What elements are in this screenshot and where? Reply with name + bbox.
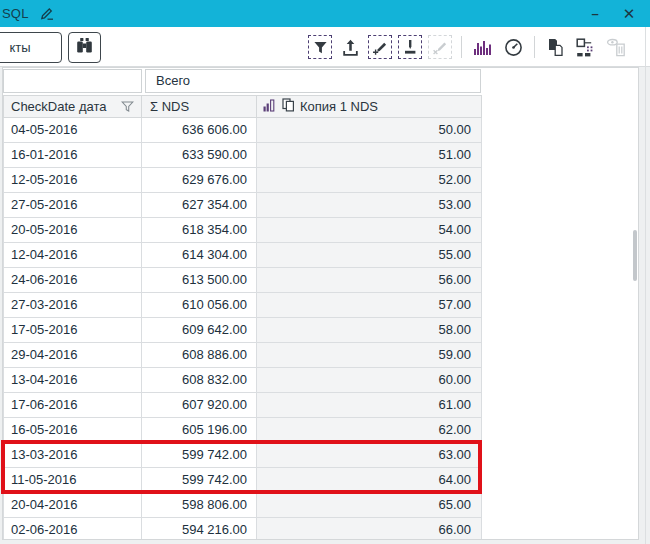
nds-cell[interactable]: 599 742.00	[142, 443, 257, 468]
table-row[interactable]: 17-06-2016607 920.0061.00	[3, 393, 482, 418]
nds-cell[interactable]: 614 304.00	[142, 243, 257, 268]
table-row[interactable]: 17-05-2016609 642.0058.00	[3, 318, 482, 343]
close-button[interactable]: ✕	[622, 0, 636, 27]
kopiya-nds-cell[interactable]: 62.00	[257, 418, 482, 443]
date-cell[interactable]: 02-06-2016	[3, 518, 142, 540]
column-header-checkdate[interactable]: CheckDate дата	[3, 95, 142, 118]
date-cell[interactable]: 13-03-2016	[3, 443, 142, 468]
column-header-kopiya-nds[interactable]: Копия 1 NDS	[257, 95, 482, 118]
date-cell[interactable]: 29-04-2016	[3, 343, 142, 368]
table-row[interactable]: 16-05-2016605 196.0062.00	[3, 418, 482, 443]
table-row[interactable]: 13-03-2016599 742.0063.00	[3, 443, 482, 468]
kopiya-nds-cell[interactable]: 60.00	[257, 368, 482, 393]
table-row[interactable]: 27-03-2016610 056.0057.00	[3, 293, 482, 318]
kopiya-nds-cell[interactable]: 50.00	[257, 118, 482, 143]
pen-fill-down-icon[interactable]	[398, 35, 422, 59]
date-cell[interactable]: 16-05-2016	[3, 418, 142, 443]
kopiya-nds-cell[interactable]: 54.00	[257, 218, 482, 243]
kopiya-nds-cell[interactable]: 56.00	[257, 268, 482, 293]
facts-button[interactable]: кты	[0, 32, 62, 63]
window-controls: – ✕	[588, 0, 636, 27]
date-cell[interactable]: 17-05-2016	[3, 318, 142, 343]
group-header-cell[interactable]: Всего	[145, 69, 481, 93]
nds-cell[interactable]: 636 606.00	[142, 118, 257, 143]
window-right-edge	[645, 27, 646, 544]
nds-cell[interactable]: 609 642.00	[142, 318, 257, 343]
table-row[interactable]: 20-04-2016598 806.0065.00	[3, 493, 482, 518]
table-row[interactable]: 29-04-2016608 886.0059.00	[3, 343, 482, 368]
facts-button-label: кты	[9, 40, 30, 55]
nds-cell[interactable]: 618 354.00	[142, 218, 257, 243]
toolbar-separator	[534, 36, 535, 58]
kopiya-nds-cell[interactable]: 63.00	[257, 443, 482, 468]
kopiya-nds-cell[interactable]: 61.00	[257, 393, 482, 418]
nds-cell[interactable]: 627 354.00	[142, 193, 257, 218]
date-cell[interactable]: 12-05-2016	[3, 168, 142, 193]
table-row[interactable]: 27-05-2016627 354.0053.00	[3, 193, 482, 218]
nds-cell[interactable]: 633 590.00	[142, 143, 257, 168]
nds-cell[interactable]: 610 056.00	[142, 293, 257, 318]
date-cell[interactable]: 12-04-2016	[3, 243, 142, 268]
column-header-row: CheckDate дата Σ NDS Копия 1 NDS	[3, 95, 482, 118]
table-row[interactable]: 16-01-2016633 590.0051.00	[3, 143, 482, 168]
date-cell[interactable]: 11-05-2016	[3, 468, 142, 493]
date-cell[interactable]: 16-01-2016	[3, 143, 142, 168]
binoculars-icon	[75, 37, 94, 58]
kopiya-nds-cell[interactable]: 58.00	[257, 318, 482, 343]
minimize-button[interactable]: –	[588, 0, 602, 27]
search-button[interactable]	[68, 32, 101, 63]
nds-cell[interactable]: 605 196.00	[142, 418, 257, 443]
nds-cell[interactable]: 613 500.00	[142, 268, 257, 293]
edit-add-icon[interactable]	[368, 35, 392, 59]
filter-icon[interactable]	[308, 35, 332, 59]
nds-cell[interactable]: 608 886.00	[142, 343, 257, 368]
export-icon[interactable]	[338, 35, 362, 59]
nds-cell[interactable]: 598 806.00	[142, 493, 257, 518]
date-cell[interactable]: 20-05-2016	[3, 218, 142, 243]
filter-funnel-icon[interactable]	[121, 100, 134, 113]
toolbar: кты	[0, 27, 650, 67]
toolbar-icon-group	[308, 34, 628, 60]
column-header-label: CheckDate дата	[11, 99, 107, 114]
table-row[interactable]: 11-05-2016599 742.0064.00	[3, 468, 482, 493]
column-header-nds[interactable]: Σ NDS	[142, 95, 257, 118]
bar-chart-icon[interactable]	[471, 35, 495, 59]
date-cell[interactable]: 13-04-2016	[3, 368, 142, 393]
kopiya-nds-cell[interactable]: 59.00	[257, 343, 482, 368]
kopiya-nds-cell[interactable]: 53.00	[257, 193, 482, 218]
kopiya-nds-cell[interactable]: 57.00	[257, 293, 482, 318]
table-row[interactable]: 12-05-2016629 676.0052.00	[3, 168, 482, 193]
table-row[interactable]: 24-06-2016613 500.0056.00	[3, 268, 482, 293]
date-cell[interactable]: 17-06-2016	[3, 393, 142, 418]
nds-cell[interactable]: 629 676.00	[142, 168, 257, 193]
nds-cell[interactable]: 594 216.00	[142, 518, 257, 540]
date-cell[interactable]: 27-03-2016	[3, 293, 142, 318]
kopiya-nds-cell[interactable]: 52.00	[257, 168, 482, 193]
kopiya-nds-cell[interactable]: 64.00	[257, 468, 482, 493]
date-cell[interactable]: 04-05-2016	[3, 118, 142, 143]
edit-title-icon[interactable]	[38, 6, 55, 21]
kopiya-nds-cell[interactable]: 51.00	[257, 143, 482, 168]
column-header-label: Σ NDS	[150, 99, 189, 114]
window-title: SQL	[2, 6, 29, 21]
kopiya-nds-cell[interactable]: 66.00	[257, 518, 482, 540]
kopiya-nds-cell[interactable]: 65.00	[257, 493, 482, 518]
group-header-empty-cell[interactable]	[3, 69, 142, 93]
table-row[interactable]: 13-04-2016608 832.0060.00	[3, 368, 482, 393]
nds-cell[interactable]: 607 920.00	[142, 393, 257, 418]
hierarchy-icon[interactable]	[574, 35, 598, 59]
table-row[interactable]: 02-06-2016594 216.0066.00	[3, 518, 482, 540]
kopiya-nds-cell[interactable]: 55.00	[257, 243, 482, 268]
table-row[interactable]: 20-05-2016618 354.0054.00	[3, 218, 482, 243]
nds-cell[interactable]: 608 832.00	[142, 368, 257, 393]
copy-icon[interactable]	[544, 35, 568, 59]
date-cell[interactable]: 24-06-2016	[3, 268, 142, 293]
gauge-icon[interactable]	[501, 35, 525, 59]
date-cell[interactable]: 20-04-2016	[3, 493, 142, 518]
table-row[interactable]: 12-04-2016614 304.0055.00	[3, 243, 482, 268]
edit-remove-icon	[428, 35, 452, 59]
vertical-scrollbar-thumb[interactable]	[633, 230, 637, 281]
nds-cell[interactable]: 599 742.00	[142, 468, 257, 493]
table-row[interactable]: 04-05-2016636 606.0050.00	[3, 118, 482, 143]
date-cell[interactable]: 27-05-2016	[3, 193, 142, 218]
